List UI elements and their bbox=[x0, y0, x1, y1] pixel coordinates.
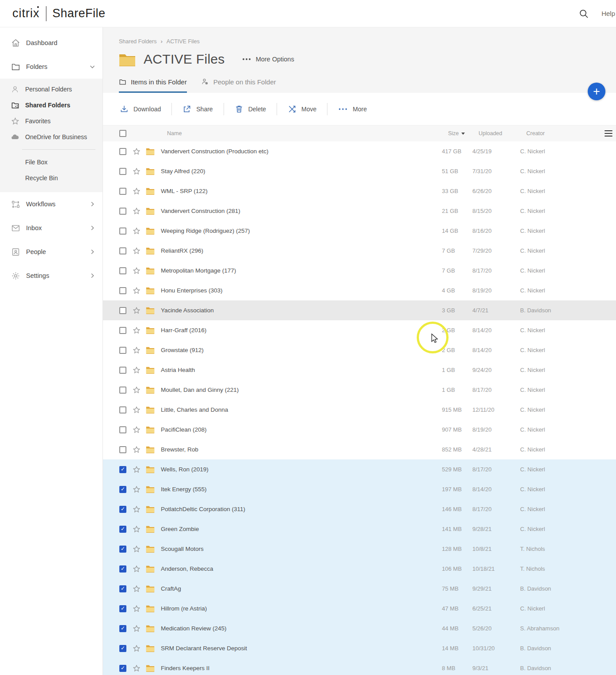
row-checkbox[interactable] bbox=[119, 585, 126, 592]
folder-name[interactable]: PotlatchDeltic Corporation (311) bbox=[161, 506, 442, 512]
search-icon[interactable] bbox=[578, 8, 589, 19]
favorite-star-icon[interactable] bbox=[133, 466, 141, 474]
sidebar-item-people[interactable]: People bbox=[0, 240, 103, 264]
table-row[interactable]: Scougall Motors 128 MB 10/8/21 T. Nichol… bbox=[103, 539, 616, 559]
row-checkbox[interactable] bbox=[119, 387, 126, 394]
move-button[interactable]: Move bbox=[277, 105, 327, 114]
table-row[interactable]: Wells, Ron (2019) 529 MB 8/17/20 C. Nick… bbox=[103, 459, 616, 479]
favorite-star-icon[interactable] bbox=[133, 664, 141, 672]
favorite-star-icon[interactable] bbox=[133, 446, 141, 454]
sidebar-item-dashboard[interactable]: Dashboard bbox=[0, 31, 103, 55]
row-checkbox[interactable] bbox=[119, 426, 126, 433]
favorite-star-icon[interactable] bbox=[133, 267, 141, 275]
add-new-button[interactable]: + bbox=[588, 83, 605, 100]
row-checkbox[interactable] bbox=[119, 466, 126, 473]
folder-name[interactable]: Moullet, Dan and Ginny (221) bbox=[161, 387, 442, 393]
folder-name[interactable]: PacifiClean (208) bbox=[161, 426, 442, 433]
table-row[interactable]: Weeping Ridge (Rodriguez) (257) 14 GB 8/… bbox=[103, 221, 616, 241]
row-checkbox[interactable] bbox=[119, 367, 126, 374]
folder-name[interactable]: SRM Declarant Reserve Deposit bbox=[161, 645, 442, 652]
tab-items-in-folder[interactable]: Items in this Folder bbox=[119, 78, 187, 93]
folder-name[interactable]: Growstate (912) bbox=[161, 347, 442, 353]
favorite-star-icon[interactable] bbox=[133, 187, 141, 195]
folder-name[interactable]: Vandervert Construction (Production etc) bbox=[161, 148, 442, 155]
column-header-size[interactable]: Size bbox=[448, 130, 479, 137]
select-all-checkbox[interactable] bbox=[119, 130, 126, 137]
table-row[interactable]: ReliantRX (296) 7 GB 7/29/20 C. Nickerl bbox=[103, 241, 616, 261]
sidebar-item-recycle-bin[interactable]: Recycle Bin bbox=[0, 170, 103, 186]
table-row[interactable]: Stay Alfred (220) 51 GB 7/31/20 C. Nicke… bbox=[103, 161, 616, 181]
table-row[interactable]: Medication Review (245) 44 MB 5/26/20 S.… bbox=[103, 618, 616, 638]
row-checkbox[interactable] bbox=[119, 406, 126, 413]
help-link[interactable]: Help bbox=[601, 10, 615, 17]
favorite-star-icon[interactable] bbox=[133, 645, 141, 652]
favorite-star-icon[interactable] bbox=[133, 545, 141, 553]
table-row[interactable]: Finders Keepers II 8 MB 9/3/21 B. Davids… bbox=[103, 658, 616, 675]
favorite-star-icon[interactable] bbox=[133, 386, 141, 394]
sidebar-item-inbox[interactable]: Inbox bbox=[0, 216, 103, 240]
favorite-star-icon[interactable] bbox=[133, 247, 141, 255]
row-checkbox[interactable] bbox=[119, 267, 126, 274]
delete-button[interactable]: Delete bbox=[224, 105, 277, 114]
sidebar-item-onedrive[interactable]: OneDrive for Business bbox=[0, 129, 103, 145]
folder-name[interactable]: Hillrom (re Astria) bbox=[161, 605, 442, 612]
breadcrumb-active-files[interactable]: ACTIVE Files bbox=[167, 38, 200, 45]
table-row[interactable]: Astria Health 1 GB 9/24/20 C. Nickerl bbox=[103, 360, 616, 380]
table-row[interactable]: Hillrom (re Astria) 47 MB 6/25/21 C. Nic… bbox=[103, 599, 616, 618]
favorite-star-icon[interactable] bbox=[133, 207, 141, 215]
row-checkbox[interactable] bbox=[119, 546, 126, 553]
favorite-star-icon[interactable] bbox=[133, 326, 141, 334]
sidebar-item-shared-folders[interactable]: Shared Folders bbox=[0, 97, 103, 113]
folder-name[interactable]: Anderson, Rebecca bbox=[161, 565, 442, 572]
row-checkbox[interactable] bbox=[119, 347, 126, 354]
column-header-uploaded[interactable]: Uploaded bbox=[479, 130, 526, 137]
folder-name[interactable]: Yacinde Association bbox=[161, 307, 442, 314]
table-row[interactable]: PacifiClean (208) 907 MB 8/19/20 C. Nick… bbox=[103, 420, 616, 440]
table-row[interactable]: Growstate (912) 2 GB 8/14/20 C. Nickerl bbox=[103, 340, 616, 360]
row-checkbox[interactable] bbox=[119, 327, 126, 334]
sidebar-item-file-box[interactable]: File Box bbox=[0, 154, 103, 170]
row-checkbox[interactable] bbox=[119, 307, 126, 314]
favorite-star-icon[interactable] bbox=[133, 227, 141, 235]
folder-name[interactable]: WML - SRP (122) bbox=[161, 188, 442, 194]
row-checkbox[interactable] bbox=[119, 148, 126, 155]
row-checkbox[interactable] bbox=[119, 247, 126, 254]
folder-name[interactable]: Honu Enterprises (303) bbox=[161, 287, 442, 294]
tab-people-on-folder[interactable]: People on this Folder bbox=[201, 78, 276, 93]
favorite-star-icon[interactable] bbox=[133, 625, 141, 633]
download-button[interactable]: Download bbox=[119, 105, 171, 114]
more-button[interactable]: More bbox=[327, 105, 377, 114]
favorite-star-icon[interactable] bbox=[133, 366, 141, 374]
folder-name[interactable]: Little, Charles and Donna bbox=[161, 406, 442, 413]
row-checkbox[interactable] bbox=[119, 287, 126, 294]
folder-name[interactable]: Medication Review (245) bbox=[161, 625, 442, 632]
column-header-name[interactable]: Name bbox=[167, 130, 448, 137]
favorite-star-icon[interactable] bbox=[133, 505, 141, 513]
row-checkbox[interactable] bbox=[119, 625, 126, 632]
table-row[interactable]: Vandervert Construction (281) 21 GB 8/15… bbox=[103, 201, 616, 221]
folder-name[interactable]: Scougall Motors bbox=[161, 546, 442, 552]
share-button[interactable]: Share bbox=[172, 105, 223, 114]
sidebar-item-favorites[interactable]: Favorites bbox=[0, 113, 103, 129]
favorite-star-icon[interactable] bbox=[133, 525, 141, 533]
table-row[interactable]: Itek Energy (555) 197 MB 8/14/20 C. Nick… bbox=[103, 479, 616, 499]
table-row[interactable]: Yacinde Association 3 GB 4/7/21 B. David… bbox=[103, 300, 616, 320]
folder-name[interactable]: Metropolitan Mortgage (177) bbox=[161, 267, 442, 274]
row-checkbox[interactable] bbox=[119, 565, 126, 573]
table-row[interactable]: WML - SRP (122) 33 GB 6/26/20 C. Nickerl bbox=[103, 181, 616, 201]
row-checkbox[interactable] bbox=[119, 506, 126, 513]
folder-name[interactable]: ReliantRX (296) bbox=[161, 247, 442, 254]
folder-name[interactable]: Astria Health bbox=[161, 367, 442, 373]
more-options-button[interactable]: More Options bbox=[243, 56, 294, 63]
folder-name[interactable]: Vandervert Construction (281) bbox=[161, 208, 442, 214]
column-header-creator[interactable]: Creator bbox=[526, 130, 605, 137]
favorite-star-icon[interactable] bbox=[133, 148, 141, 155]
table-row[interactable]: Anderson, Rebecca 106 MB 10/18/21 T. Nic… bbox=[103, 559, 616, 579]
favorite-star-icon[interactable] bbox=[133, 426, 141, 434]
favorite-star-icon[interactable] bbox=[133, 565, 141, 573]
row-checkbox[interactable] bbox=[119, 665, 126, 672]
folder-name[interactable]: Stay Alfred (220) bbox=[161, 168, 442, 174]
row-checkbox[interactable] bbox=[119, 486, 126, 493]
row-checkbox[interactable] bbox=[119, 645, 126, 652]
table-row[interactable]: Brewster, Rob 852 MB 4/28/21 C. Nickerl bbox=[103, 440, 616, 459]
